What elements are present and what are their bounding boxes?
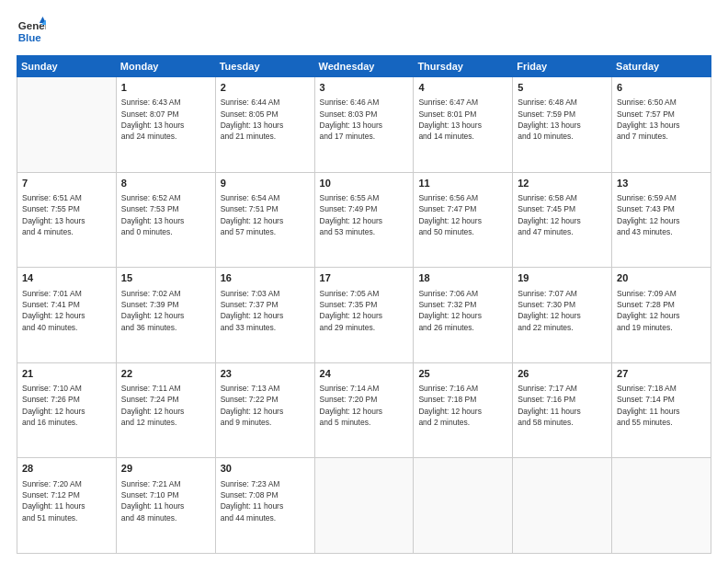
day-info: Sunrise: 6:50 AM Sunset: 7:57 PM Dayligh…: [617, 97, 706, 142]
day-info: Sunrise: 7:07 AM Sunset: 7:30 PM Dayligh…: [518, 288, 607, 333]
day-info: Sunrise: 6:55 AM Sunset: 7:49 PM Dayligh…: [320, 192, 409, 237]
calendar-cell: 5Sunrise: 6:48 AM Sunset: 7:59 PM Daylig…: [513, 77, 612, 173]
day-info: Sunrise: 7:18 AM Sunset: 7:14 PM Dayligh…: [617, 383, 706, 428]
calendar-cell: 20Sunrise: 7:09 AM Sunset: 7:28 PM Dayli…: [612, 268, 711, 363]
day-number: 11: [418, 177, 507, 190]
day-of-week-header: Monday: [116, 56, 215, 77]
day-number: 18: [418, 271, 507, 285]
day-info: Sunrise: 7:23 AM Sunset: 7:08 PM Dayligh…: [221, 478, 310, 523]
calendar-cell: 8Sunrise: 6:52 AM Sunset: 7:53 PM Daylig…: [116, 172, 215, 268]
day-number: 16: [221, 271, 310, 285]
day-number: 26: [518, 367, 607, 381]
day-number: 4: [418, 81, 507, 95]
day-number: 6: [617, 81, 706, 95]
calendar-cell: 4Sunrise: 6:47 AM Sunset: 8:01 PM Daylig…: [414, 77, 513, 173]
day-info: Sunrise: 7:10 AM Sunset: 7:26 PM Dayligh…: [22, 383, 111, 428]
calendar-cell: [612, 458, 711, 554]
calendar-week-row: 21Sunrise: 7:10 AM Sunset: 7:26 PM Dayli…: [17, 362, 711, 458]
calendar-cell: 10Sunrise: 6:55 AM Sunset: 7:49 PM Dayli…: [314, 172, 414, 268]
calendar-cell: 15Sunrise: 7:02 AM Sunset: 7:39 PM Dayli…: [116, 268, 215, 363]
day-info: Sunrise: 6:48 AM Sunset: 7:59 PM Dayligh…: [518, 97, 607, 142]
day-number: 5: [518, 81, 607, 95]
day-info: Sunrise: 6:59 AM Sunset: 7:43 PM Dayligh…: [617, 192, 706, 237]
calendar-cell: 21Sunrise: 7:10 AM Sunset: 7:26 PM Dayli…: [17, 362, 117, 458]
calendar-cell: 26Sunrise: 7:17 AM Sunset: 7:16 PM Dayli…: [513, 362, 612, 458]
day-info: Sunrise: 7:11 AM Sunset: 7:24 PM Dayligh…: [121, 383, 210, 428]
calendar-cell: [414, 458, 513, 554]
calendar-cell: [314, 458, 414, 554]
day-info: Sunrise: 7:17 AM Sunset: 7:16 PM Dayligh…: [518, 383, 607, 428]
calendar-cell: 1Sunrise: 6:43 AM Sunset: 8:07 PM Daylig…: [116, 77, 215, 173]
calendar-cell: [513, 458, 612, 554]
day-number: 24: [320, 367, 409, 381]
calendar-cell: 29Sunrise: 7:21 AM Sunset: 7:10 PM Dayli…: [116, 458, 215, 554]
calendar-cell: 9Sunrise: 6:54 AM Sunset: 7:51 PM Daylig…: [215, 172, 314, 268]
day-number: 8: [121, 177, 210, 190]
day-number: 14: [22, 271, 111, 285]
day-info: Sunrise: 7:21 AM Sunset: 7:10 PM Dayligh…: [121, 478, 210, 523]
calendar-cell: 25Sunrise: 7:16 AM Sunset: 7:18 PM Dayli…: [414, 362, 513, 458]
day-info: Sunrise: 7:02 AM Sunset: 7:39 PM Dayligh…: [121, 288, 210, 333]
day-number: 22: [121, 367, 210, 381]
day-of-week-header: Saturday: [612, 56, 711, 77]
day-number: 17: [320, 271, 409, 285]
day-number: 23: [221, 367, 310, 381]
day-of-week-header: Wednesday: [314, 56, 414, 77]
calendar-cell: 11Sunrise: 6:56 AM Sunset: 7:47 PM Dayli…: [414, 172, 513, 268]
day-info: Sunrise: 7:14 AM Sunset: 7:20 PM Dayligh…: [320, 383, 409, 428]
day-info: Sunrise: 7:13 AM Sunset: 7:22 PM Dayligh…: [221, 383, 310, 428]
day-number: 10: [320, 177, 409, 190]
calendar-cell: 23Sunrise: 7:13 AM Sunset: 7:22 PM Dayli…: [215, 362, 314, 458]
calendar-cell: 30Sunrise: 7:23 AM Sunset: 7:08 PM Dayli…: [215, 458, 314, 554]
calendar-header-row: SundayMondayTuesdayWednesdayThursdayFrid…: [17, 56, 711, 77]
day-info: Sunrise: 7:03 AM Sunset: 7:37 PM Dayligh…: [221, 288, 310, 333]
day-number: 19: [518, 271, 607, 285]
day-number: 30: [221, 462, 310, 476]
calendar-cell: 24Sunrise: 7:14 AM Sunset: 7:20 PM Dayli…: [314, 362, 414, 458]
calendar-cell: 12Sunrise: 6:58 AM Sunset: 7:45 PM Dayli…: [513, 172, 612, 268]
day-of-week-header: Sunday: [17, 56, 117, 77]
day-number: 25: [418, 367, 507, 381]
day-info: Sunrise: 6:47 AM Sunset: 8:01 PM Dayligh…: [418, 97, 507, 142]
day-number: 12: [518, 177, 607, 190]
day-number: 28: [22, 462, 111, 476]
svg-text:Blue: Blue: [18, 32, 42, 43]
day-info: Sunrise: 7:01 AM Sunset: 7:41 PM Dayligh…: [22, 288, 111, 333]
day-number: 2: [221, 81, 310, 95]
day-info: Sunrise: 6:56 AM Sunset: 7:47 PM Dayligh…: [418, 192, 507, 237]
day-number: 7: [22, 177, 111, 190]
day-info: Sunrise: 6:44 AM Sunset: 8:05 PM Dayligh…: [221, 97, 310, 142]
logo: General Blue: [17, 17, 46, 46]
day-info: Sunrise: 7:09 AM Sunset: 7:28 PM Dayligh…: [617, 288, 706, 333]
calendar-cell: 27Sunrise: 7:18 AM Sunset: 7:14 PM Dayli…: [612, 362, 711, 458]
calendar-cell: 2Sunrise: 6:44 AM Sunset: 8:05 PM Daylig…: [215, 77, 314, 173]
calendar-cell: [17, 77, 117, 173]
day-info: Sunrise: 6:58 AM Sunset: 7:45 PM Dayligh…: [518, 192, 607, 237]
calendar-cell: 13Sunrise: 6:59 AM Sunset: 7:43 PM Dayli…: [612, 172, 711, 268]
day-info: Sunrise: 7:16 AM Sunset: 7:18 PM Dayligh…: [418, 383, 507, 428]
logo-icon: General Blue: [17, 17, 46, 46]
day-info: Sunrise: 7:05 AM Sunset: 7:35 PM Dayligh…: [320, 288, 409, 333]
day-number: 20: [617, 271, 706, 285]
calendar-cell: 22Sunrise: 7:11 AM Sunset: 7:24 PM Dayli…: [116, 362, 215, 458]
calendar-cell: 28Sunrise: 7:20 AM Sunset: 7:12 PM Dayli…: [17, 458, 117, 554]
day-of-week-header: Tuesday: [215, 56, 314, 77]
calendar-cell: 16Sunrise: 7:03 AM Sunset: 7:37 PM Dayli…: [215, 268, 314, 363]
day-number: 13: [617, 177, 706, 190]
day-info: Sunrise: 7:20 AM Sunset: 7:12 PM Dayligh…: [22, 478, 111, 523]
calendar-cell: 7Sunrise: 6:51 AM Sunset: 7:55 PM Daylig…: [17, 172, 117, 268]
calendar-cell: 14Sunrise: 7:01 AM Sunset: 7:41 PM Dayli…: [17, 268, 117, 363]
day-number: 1: [121, 81, 210, 95]
day-of-week-header: Friday: [513, 56, 612, 77]
calendar-table: SundayMondayTuesdayWednesdayThursdayFrid…: [17, 55, 711, 554]
day-info: Sunrise: 6:46 AM Sunset: 8:03 PM Dayligh…: [320, 97, 409, 142]
calendar-cell: 18Sunrise: 7:06 AM Sunset: 7:32 PM Dayli…: [414, 268, 513, 363]
day-number: 27: [617, 367, 706, 381]
calendar-cell: 3Sunrise: 6:46 AM Sunset: 8:03 PM Daylig…: [314, 77, 414, 173]
day-number: 21: [22, 367, 111, 381]
day-number: 3: [320, 81, 409, 95]
page-header: General Blue: [17, 17, 711, 46]
calendar-cell: 17Sunrise: 7:05 AM Sunset: 7:35 PM Dayli…: [314, 268, 414, 363]
day-number: 29: [121, 462, 210, 476]
calendar-week-row: 14Sunrise: 7:01 AM Sunset: 7:41 PM Dayli…: [17, 268, 711, 363]
